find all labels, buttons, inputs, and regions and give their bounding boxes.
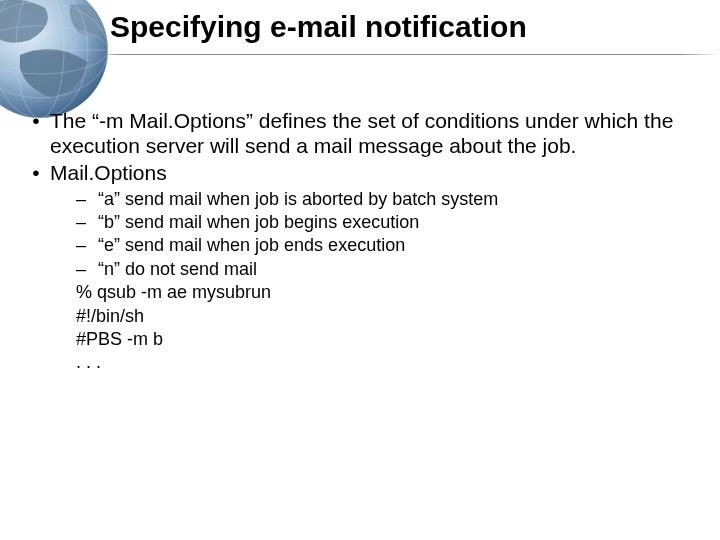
bullet-marker: •	[22, 160, 50, 185]
code-line: #!/bin/sh	[76, 305, 692, 328]
bullet-level2: – “b” send mail when job begins executio…	[76, 211, 692, 234]
bullet-marker: •	[22, 108, 50, 133]
bullet-text: Mail.Options	[50, 160, 167, 185]
slide-title: Specifying e-mail notification	[110, 10, 527, 44]
code-line: % qsub -m ae mysubrun	[76, 281, 692, 304]
bullet-text: The “-m Mail.Options” defines the set of…	[50, 108, 692, 158]
dash-marker: –	[76, 234, 98, 257]
bullet-text: “b” send mail when job begins execution	[98, 211, 419, 234]
bullet-text: “a” send mail when job is aborted by bat…	[98, 188, 498, 211]
code-line: #PBS -m b	[76, 328, 692, 351]
bullet-level1: • The “-m Mail.Options” defines the set …	[22, 108, 692, 158]
title-underline	[0, 54, 720, 55]
bullet-text: “n” do not send mail	[98, 258, 257, 281]
slide-body: • The “-m Mail.Options” defines the set …	[22, 108, 692, 375]
bullet-level2: – “n” do not send mail	[76, 258, 692, 281]
dash-marker: –	[76, 188, 98, 211]
dash-marker: –	[76, 258, 98, 281]
code-line: . . .	[76, 351, 692, 374]
bullet-level2: – “e” send mail when job ends execution	[76, 234, 692, 257]
bullet-text: “e” send mail when job ends execution	[98, 234, 405, 257]
bullet-level2: – “a” send mail when job is aborted by b…	[76, 188, 692, 211]
dash-marker: –	[76, 211, 98, 234]
bullet-level1: • Mail.Options	[22, 160, 692, 185]
